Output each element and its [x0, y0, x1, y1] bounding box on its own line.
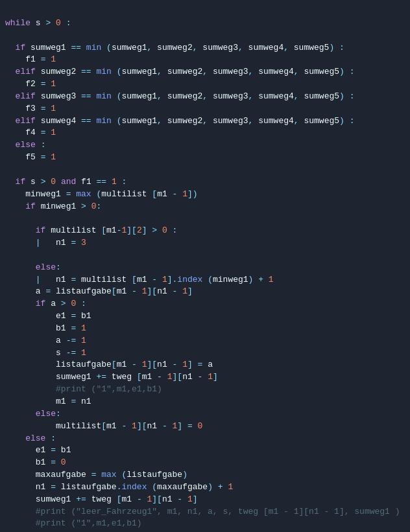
keyword-else-2: else [36, 262, 56, 272]
keyword-if-5: if [36, 299, 46, 308]
keyword-else-4: else [25, 434, 45, 443]
keyword-if-4: if [36, 226, 46, 235]
keyword-else-3: else [36, 409, 56, 419]
keyword-else-1: else [16, 140, 36, 150]
keyword-if-2: if [16, 177, 26, 187]
comment-3: #print ("1",m1,e1,b1) [36, 518, 142, 528]
comment-1: #print ("1",m1,e1,b1) [56, 384, 162, 394]
keyword-elif-3: elif [16, 116, 36, 126]
code-editor: while s > 0 : if sumweg1 == min (sumweg1… [0, 0, 410, 532]
keyword-if-1: if [16, 43, 26, 52]
keyword-while: while [5, 18, 30, 28]
keyword-elif-1: elif [16, 67, 36, 76]
keyword-if-3: if [25, 202, 36, 211]
comment-2: #print ("leer_Fahrzeug1", m1, n1, a, s, … [36, 507, 400, 516]
keyword-elif-2: elif [16, 91, 36, 101]
